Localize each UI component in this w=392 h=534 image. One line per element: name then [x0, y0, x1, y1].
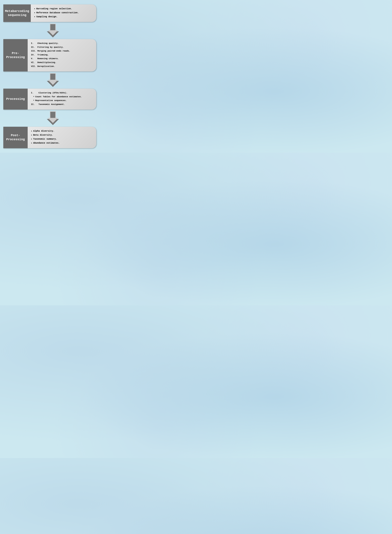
step-metabarcoding-label: Metabarcodingsequencing: [3, 5, 31, 22]
item-num: VII.: [31, 65, 37, 68]
down-arrow-1: [47, 24, 59, 38]
list-item: VI. Demultiplexing.: [31, 61, 70, 64]
list-item: Abundance estimates.: [33, 142, 60, 145]
item-text: Representative sequences.: [35, 99, 67, 102]
item-num: V.: [31, 57, 37, 60]
postprocessing-list: Alpha diversity. Beta diversity. Taxonom…: [31, 129, 60, 145]
item-num: II.: [31, 46, 37, 49]
list-sub-item: ➤ Count Tables for abundance estimates.: [33, 95, 82, 98]
item-text: Removing chimera.: [37, 57, 59, 60]
arrow-connector-1: [41, 24, 59, 38]
list-item: I. Clustering (OTUs/ASVs).: [31, 91, 82, 94]
arrow-connector-3: [41, 111, 59, 125]
list-item: V. Removing chimera.: [31, 57, 70, 60]
list-item: Beta diversity.: [33, 134, 60, 137]
step-metabarcoding: Metabarcodingsequencing Barcoding region…: [3, 5, 96, 22]
arrow-icon: ➤: [33, 99, 34, 102]
step-processing: Processing I. Clustering (OTUs/ASVs). ➤ …: [3, 89, 96, 110]
item-text: Dereplication.: [37, 65, 55, 68]
arrow-head-1: [47, 31, 59, 38]
item-num: II.: [31, 103, 38, 106]
arrow-head-2: [47, 81, 59, 87]
list-sub-item: ➤ Representative sequences.: [33, 99, 82, 102]
item-num: IV.: [31, 53, 37, 56]
step-preprocessing-label: Pre-Processing: [3, 39, 28, 72]
pipeline-container: Metabarcodingsequencing Barcoding region…: [3, 5, 96, 148]
processing-list: I. Clustering (OTUs/ASVs). ➤ Count Table…: [31, 91, 82, 107]
step-postprocessing-content: Alpha diversity. Beta diversity. Taxonom…: [28, 127, 96, 148]
step-preprocessing-content: I. Checking quality. II. Filtering by qu…: [28, 39, 96, 72]
list-item: Barcoding region selection.: [36, 7, 79, 10]
item-text: Checking quality.: [37, 42, 59, 45]
list-item: I. Checking quality.: [31, 42, 70, 45]
item-text: Count Tables for abundance estimates.: [35, 95, 82, 98]
step-processing-label: Processing: [3, 89, 28, 110]
step-preprocessing: Pre-Processing I. Checking quality. II. …: [3, 39, 96, 72]
step-metabarcoding-content: Barcoding region selection. Reference Da…: [31, 5, 96, 22]
step-postprocessing-label: Post-Processing: [3, 127, 28, 148]
item-num: VI.: [31, 61, 37, 64]
step-postprocessing: Post-Processing Alpha diversity. Beta di…: [3, 127, 96, 148]
item-num: III.: [31, 49, 37, 52]
item-text: Filtering by quality.: [37, 46, 64, 49]
metabarcoding-list: Barcoding region selection. Reference Da…: [34, 7, 79, 19]
list-item: Reference Database construction.: [36, 11, 79, 14]
list-item: Alpha diversity.: [33, 129, 60, 133]
arrow-head-3: [47, 119, 59, 125]
down-arrow-2: [47, 73, 59, 87]
arrow-icon: ➤: [33, 95, 34, 98]
list-item: IV. Trimming.: [31, 53, 70, 56]
item-text: Clustering (OTUs/ASVs).: [38, 91, 67, 94]
list-item: Sampling design.: [36, 15, 79, 18]
item-text: Demultiplexing.: [37, 61, 56, 64]
list-item: II. Taxonomic Assignment.: [31, 103, 82, 106]
down-arrow-3: [47, 111, 59, 125]
list-item: II. Filtering by quality.: [31, 46, 70, 49]
item-text: Taxonomic Assignment.: [38, 103, 65, 106]
step-processing-content: I. Clustering (OTUs/ASVs). ➤ Count Table…: [28, 89, 96, 110]
item-text: Trimming.: [37, 53, 49, 56]
list-item: III. Merging paired-ends reads.: [31, 49, 70, 52]
list-item: Taxonomic summary.: [33, 138, 60, 141]
item-num: I.: [31, 42, 37, 45]
preprocessing-list: I. Checking quality. II. Filtering by qu…: [31, 42, 70, 69]
item-text: Merging paired-ends reads.: [37, 49, 70, 52]
list-item: VII. Dereplication.: [31, 65, 70, 68]
arrow-connector-2: [41, 73, 59, 87]
item-num: I.: [31, 91, 38, 94]
